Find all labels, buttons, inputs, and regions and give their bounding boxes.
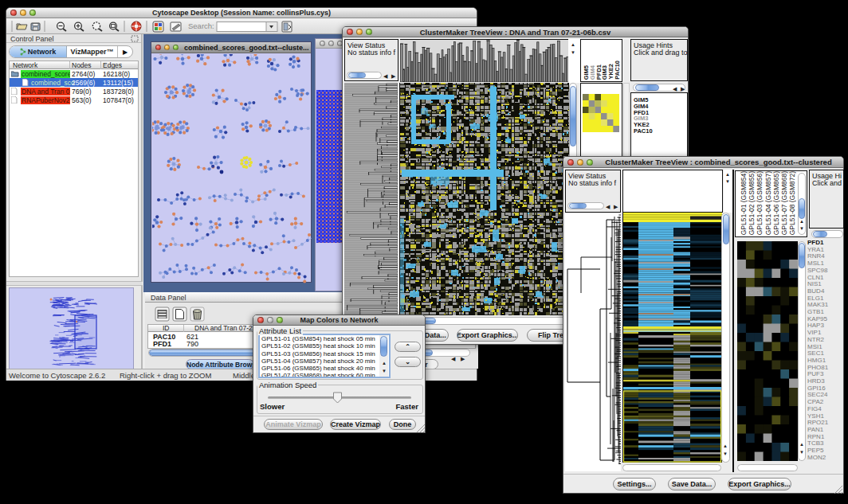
- svg-text:Search:: Search:: [188, 21, 214, 30]
